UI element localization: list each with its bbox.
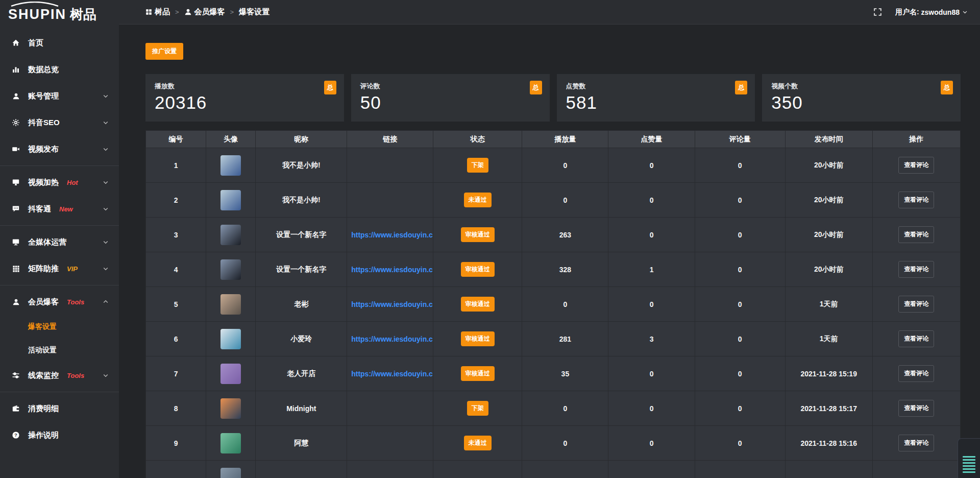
table-row: 5老彬https://www.iesdouyin.c审核通过0001天前查看评论 xyxy=(146,287,961,322)
sidebar-item[interactable]: 数据总览 xyxy=(0,56,119,83)
video-link[interactable]: https://www.iesdouyin.c xyxy=(347,300,433,308)
cell-comments: 0 xyxy=(695,218,785,252)
breadcrumb-item[interactable]: 爆客设置 xyxy=(239,7,270,17)
status-badge[interactable]: 审核通过 xyxy=(461,227,495,242)
video-link[interactable]: https://www.iesdouyin.c xyxy=(347,335,433,343)
cell-avatar xyxy=(206,426,256,461)
grid-icon xyxy=(11,265,20,273)
breadcrumb-label: 会员爆客 xyxy=(194,7,225,17)
cell-status: 未通过 xyxy=(433,183,522,218)
promo-settings-button[interactable]: 推广设置 xyxy=(145,43,183,60)
sidebar-item[interactable]: 抖客通New xyxy=(0,196,119,222)
sidebar-item[interactable]: 线索监控Tools xyxy=(0,362,119,389)
chevron-down-icon xyxy=(103,179,109,185)
chevron-down-icon xyxy=(103,93,109,99)
total-badge[interactable]: 总 xyxy=(735,81,747,94)
view-comments-button[interactable]: 查看评论 xyxy=(898,296,934,313)
cell-status: 审核通过 xyxy=(433,252,522,287)
cell-id: 2 xyxy=(146,183,206,218)
cell-plays: 0 xyxy=(522,391,608,426)
view-comments-button[interactable]: 查看评论 xyxy=(898,365,934,382)
floating-widget[interactable] xyxy=(958,438,980,478)
cell-time: 1天前 xyxy=(785,322,872,356)
sidebar-item[interactable]: 消费明细 xyxy=(0,395,119,422)
cell-avatar xyxy=(206,461,256,478)
sidebar-item-label: 全媒体运营 xyxy=(28,237,66,247)
status-badge[interactable]: 未通过 xyxy=(464,193,492,207)
view-comments-button[interactable]: 查看评论 xyxy=(898,435,934,451)
sidebar-item-badge: Tools xyxy=(67,298,84,306)
status-badge[interactable]: 下架 xyxy=(467,158,488,173)
sidebar-item-badge: VIP xyxy=(67,265,78,273)
cell-comments: 0 xyxy=(695,183,785,218)
stat-value: 50 xyxy=(360,92,541,113)
user-menu[interactable]: 用户名: zswodun88 xyxy=(895,8,968,17)
status-badge[interactable]: 审核通过 xyxy=(461,331,495,346)
sidebar-item[interactable]: 会员爆客Tools xyxy=(0,289,119,315)
logo[interactable]: SHUPIN 树品 xyxy=(0,0,119,26)
status-badge[interactable]: 未通过 xyxy=(464,436,492,450)
table-row: 8Midnight下架0002021-11-28 15:17查看评论 xyxy=(146,391,961,426)
cell-status: 审核通过 xyxy=(433,218,522,252)
cell-nickname: 老人开店 xyxy=(256,356,347,391)
sidebar-subitem[interactable]: 活动设置 xyxy=(0,339,119,362)
table-row: 6小爱玲https://www.iesdouyin.c审核通过281301天前查… xyxy=(146,322,961,356)
stat-label: 点赞数 xyxy=(566,82,746,91)
breadcrumb-item[interactable]: 会员爆客 xyxy=(184,7,225,17)
chart-icon xyxy=(11,65,20,74)
cell-time xyxy=(785,461,872,478)
sidebar-item[interactable]: 视频加热Hot xyxy=(0,169,119,196)
videos-table-wrap: 编号头像昵称链接状态播放量点赞量评论量发布时间操作 1我不是小帅!下架00020… xyxy=(145,130,961,478)
total-badge[interactable]: 总 xyxy=(941,81,953,94)
cell-avatar xyxy=(206,391,256,426)
avatar-sunset-photo xyxy=(220,398,241,419)
sidebar-item[interactable]: 视频发布 xyxy=(0,136,119,162)
cell-comments: 0 xyxy=(695,356,785,391)
sidebar-item-label: 抖客通 xyxy=(28,204,51,214)
cell-link: https://www.iesdouyin.c xyxy=(347,287,433,322)
view-comments-button[interactable]: 查看评论 xyxy=(898,226,934,243)
view-comments-button[interactable]: 查看评论 xyxy=(898,157,934,174)
status-badge[interactable]: 审核通过 xyxy=(461,262,495,277)
cell-likes: 3 xyxy=(608,322,695,356)
stat-value: 350 xyxy=(771,92,951,113)
view-comments-button[interactable]: 查看评论 xyxy=(898,261,934,278)
avatar-dusk-sky-photo xyxy=(220,259,241,280)
sidebar-item[interactable]: 账号管理 xyxy=(0,83,119,109)
table-row: 9阿慧未通过0002021-11-28 15:16查看评论 xyxy=(146,426,961,461)
sidebar-item[interactable]: 矩阵助推VIP xyxy=(0,255,119,282)
fullscreen-icon[interactable] xyxy=(873,8,882,16)
status-badge[interactable]: 下架 xyxy=(467,401,488,416)
status-badge[interactable]: 审核通过 xyxy=(461,297,495,312)
table-body: 1我不是小帅!下架00020小时前查看评论2我不是小帅!未通过00020小时前查… xyxy=(146,148,961,478)
avatar-woman-photo xyxy=(220,329,241,349)
breadcrumb: 树品>会员爆客>爆客设置 xyxy=(145,7,270,17)
cell-nickname: 设置一个新名字 xyxy=(256,252,347,287)
sidebar-subitem[interactable]: 爆客设置 xyxy=(0,315,119,339)
total-badge[interactable]: 总 xyxy=(324,81,336,94)
column-header: 编号 xyxy=(146,131,206,148)
sidebar-item[interactable]: 抖音SEO xyxy=(0,109,119,136)
sidebar-item-badge: Hot xyxy=(67,179,78,186)
cell-link: https://www.iesdouyin.c xyxy=(347,322,433,356)
view-comments-button[interactable]: 查看评论 xyxy=(898,400,934,417)
content: 推广设置 播放数20316总评论数50总点赞数581总视频个数350总 编号头像… xyxy=(119,25,980,478)
avatar-green-water-photo xyxy=(220,433,241,453)
sidebar-subitem-label: 爆客设置 xyxy=(28,322,57,331)
sidebar-item[interactable]: 全媒体运营 xyxy=(0,229,119,255)
breadcrumb-item[interactable]: 树品 xyxy=(145,7,170,17)
chevron-down-icon xyxy=(103,146,109,152)
cell-action: 查看评论 xyxy=(872,218,960,252)
video-link[interactable]: https://www.iesdouyin.c xyxy=(347,370,433,378)
video-link[interactable]: https://www.iesdouyin.c xyxy=(347,266,433,274)
table-row: 3设置一个新名字https://www.iesdouyin.c审核通过26300… xyxy=(146,218,961,252)
stat-card: 视频个数350总 xyxy=(762,74,961,122)
status-badge[interactable]: 审核通过 xyxy=(461,366,495,381)
video-link[interactable]: https://www.iesdouyin.c xyxy=(347,231,433,239)
total-badge[interactable]: 总 xyxy=(530,81,542,94)
sidebar-item[interactable]: ?操作说明 xyxy=(0,422,119,448)
avatar-man-selfie-photo xyxy=(220,294,241,315)
view-comments-button[interactable]: 查看评论 xyxy=(898,192,934,208)
sidebar-item[interactable]: 首页 xyxy=(0,30,119,56)
view-comments-button[interactable]: 查看评论 xyxy=(898,330,934,347)
